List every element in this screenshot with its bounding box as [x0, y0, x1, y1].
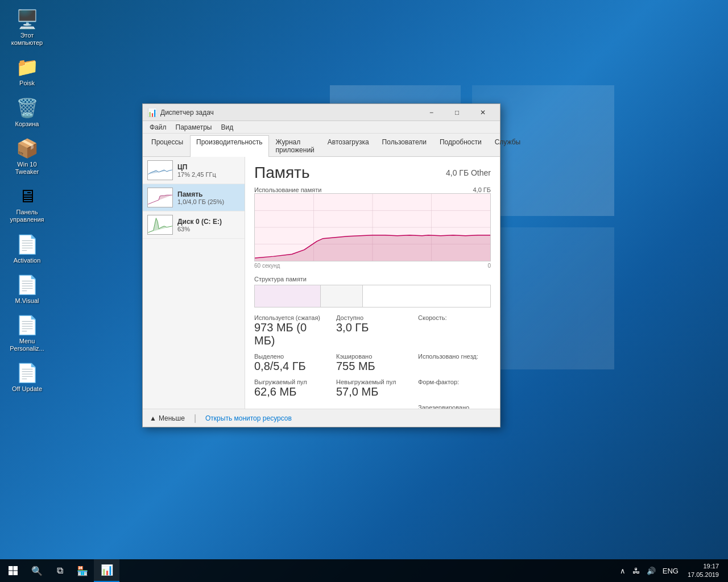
memory-title: Память: [254, 164, 310, 182]
task-manager-window: 📊 Диспетчер задач − □ ✕ Файл Параметры В…: [142, 103, 500, 427]
chart-time-left: 60 секунд: [254, 263, 280, 269]
desktop-icon-recycle[interactable]: 🗑️ Корзина: [6, 94, 48, 130]
struct-seg2: [321, 285, 363, 307]
menu-view[interactable]: Вид: [216, 122, 238, 132]
stat-nonpaged-pool: Невыгружаемый пул 57,0 МБ: [336, 379, 409, 398]
stat-allocated: Выделено 0,8/5,4 ГБ: [254, 353, 327, 373]
desktop-icon-control-panel[interactable]: 🖥 Панельуправления: [6, 182, 48, 226]
svg-rect-10: [9, 566, 13, 571]
tray-language-icon[interactable]: ENG: [660, 566, 681, 576]
desktop-icons: 🖥️ Этоткомпьютер 📁 Poisk 🗑️ Корзина 📦 Wi…: [6, 6, 48, 395]
stat-slots: Использовано гнезд:: [418, 353, 491, 373]
tab-services[interactable]: Службы: [489, 135, 527, 156]
mvisual-label: M.Visual: [15, 297, 39, 305]
tray-speaker-icon[interactable]: 🔊: [644, 566, 658, 576]
titlebar-buttons: − □ ✕: [419, 104, 495, 121]
stat-reserved-label: Зарезервировано аппара...: [418, 404, 491, 409]
search-button[interactable]: 🔍: [26, 559, 48, 582]
struct-seg1: [255, 285, 321, 307]
struct-seg3: [363, 285, 490, 307]
stat-paged-label: Выгружаемый пул: [254, 379, 327, 385]
svg-rect-13: [13, 571, 18, 576]
desktop-icon-off-update[interactable]: 📄 Off Update: [6, 359, 48, 395]
stat-allocated-label: Выделено: [254, 353, 327, 360]
menu-params[interactable]: Параметры: [171, 122, 217, 132]
left-item-memory[interactable]: Память 1,0/4,0 ГБ (25%): [143, 184, 245, 211]
content-area: ЦП 17% 2,45 ГГц Память 1,0/4,0 ГБ (25: [143, 157, 500, 409]
poisk-label: Poisk: [19, 80, 35, 87]
memory-main-chart: [254, 193, 491, 261]
recycle-label: Корзина: [15, 120, 39, 128]
stat-slots-label: Использовано гнезд:: [418, 353, 491, 360]
off-update-label: Off Update: [12, 385, 42, 393]
recycle-icon: 🗑️: [16, 97, 39, 119]
start-button[interactable]: [0, 559, 26, 582]
off-update-icon: 📄: [16, 361, 39, 384]
disk-info: Диск 0 (C: E:) 63%: [177, 218, 240, 232]
taskbar: 🔍 ⧉ 🏪 📊 ∧ 🖧 🔊 ENG 19:17 17.05.2019: [0, 559, 728, 582]
svg-rect-12: [9, 571, 13, 576]
activation-label: Activation: [14, 257, 41, 264]
svg-marker-9: [255, 235, 490, 261]
disk-mini-chart: [147, 215, 173, 235]
desktop-icon-activation[interactable]: 📄 Activation: [6, 231, 48, 267]
activation-icon: 📄: [16, 233, 39, 256]
stat-used-label: Используется (сжатая): [254, 314, 327, 321]
cpu-info: ЦП 17% 2,45 ГГц: [177, 163, 240, 178]
stat-available-value: 3,0 ГБ: [336, 321, 409, 334]
close-button[interactable]: ✕: [470, 104, 495, 121]
desktop-icon-poisk[interactable]: 📁 Poisk: [6, 53, 48, 89]
cpu-mini-chart: [147, 160, 173, 180]
tab-processes[interactable]: Процессы: [145, 135, 189, 156]
memory-structure-section: Структура памяти: [254, 276, 491, 307]
disk-value: 63%: [177, 226, 240, 232]
maximize-button[interactable]: □: [444, 104, 470, 121]
chart-usage-label: Использование памяти: [254, 186, 321, 193]
desktop-icon-this-pc[interactable]: 🖥️ Этоткомпьютер: [6, 6, 48, 49]
desktop-icon-mvisual[interactable]: 📄 M.Visual: [6, 271, 48, 307]
cpu-value: 17% 2,45 ГГц: [177, 171, 240, 178]
menu-personal-icon: 📄: [16, 314, 39, 336]
titlebar-title: Диспетчер задач: [160, 109, 419, 117]
taskbar-clock[interactable]: 19:17 17.05.2019: [683, 561, 723, 581]
desktop: 🖥️ Этоткомпьютер 📁 Poisk 🗑️ Корзина 📦 Wi…: [0, 0, 728, 582]
stat-form-factor: Форм-фактор:: [418, 379, 491, 398]
tray-network-icon[interactable]: 🖧: [630, 566, 642, 576]
tray-chevron-icon[interactable]: ∧: [618, 566, 628, 576]
tab-details[interactable]: Подробности: [433, 135, 488, 156]
taskbar-taskmanager-app[interactable]: 📊: [94, 559, 119, 582]
chart-max-label: 4,0 ГБ: [473, 186, 491, 193]
ram-name: Память: [177, 190, 240, 198]
desktop-icon-menu-personal[interactable]: 📄 MenuPersonaliz...: [6, 311, 48, 355]
store-button[interactable]: 🏪: [71, 559, 94, 582]
window-footer: ▲ Меньше | Открыть монитор ресурсов: [143, 409, 500, 427]
menu-personal-label: MenuPersonaliz...: [10, 338, 44, 352]
tab-applog[interactable]: Журнал приложений: [270, 135, 321, 156]
stat-cached: Кэшировано 755 МБ: [336, 353, 409, 373]
tab-users[interactable]: Пользователи: [376, 135, 433, 156]
tab-performance[interactable]: Производительность: [190, 135, 268, 157]
memory-chart-section: Использование памяти 4,0 ГБ: [254, 186, 491, 269]
less-button[interactable]: ▲ Меньше: [150, 414, 185, 422]
titlebar-icon: 📊: [147, 108, 157, 117]
minimize-button[interactable]: −: [419, 104, 444, 121]
left-panel: ЦП 17% 2,45 ГГц Память 1,0/4,0 ГБ (25: [143, 157, 245, 409]
left-item-cpu[interactable]: ЦП 17% 2,45 ГГц: [143, 157, 245, 184]
memory-stats-grid: Используется (сжатая) 973 МБ (0 МБ) Дост…: [254, 314, 491, 409]
tab-autostart[interactable]: Автозагрузка: [321, 135, 375, 156]
resource-monitor-link[interactable]: Открыть монитор ресурсов: [205, 414, 292, 422]
desktop-icon-win10tweaker[interactable]: 📦 Win 10Tweaker: [6, 135, 48, 178]
stat-used-value: 973 МБ (0 МБ): [254, 321, 327, 347]
mvisual-icon: 📄: [16, 273, 39, 296]
memory-type: 4,0 ГБ Other: [446, 168, 491, 177]
stat-allocated-value: 0,8/5,4 ГБ: [254, 360, 327, 373]
stat-speed: Скорость:: [418, 314, 491, 347]
stat-nonpaged-label: Невыгружаемый пул: [336, 379, 409, 385]
task-view-button[interactable]: ⧉: [48, 559, 71, 582]
stat-speed-label: Скорость:: [418, 314, 491, 321]
menu-file[interactable]: Файл: [145, 122, 171, 132]
this-pc-icon: 🖥️: [16, 8, 39, 31]
memory-header: Память 4,0 ГБ Other: [254, 164, 491, 182]
control-panel-icon: 🖥: [16, 185, 39, 207]
left-item-disk[interactable]: Диск 0 (C: E:) 63%: [143, 211, 245, 239]
